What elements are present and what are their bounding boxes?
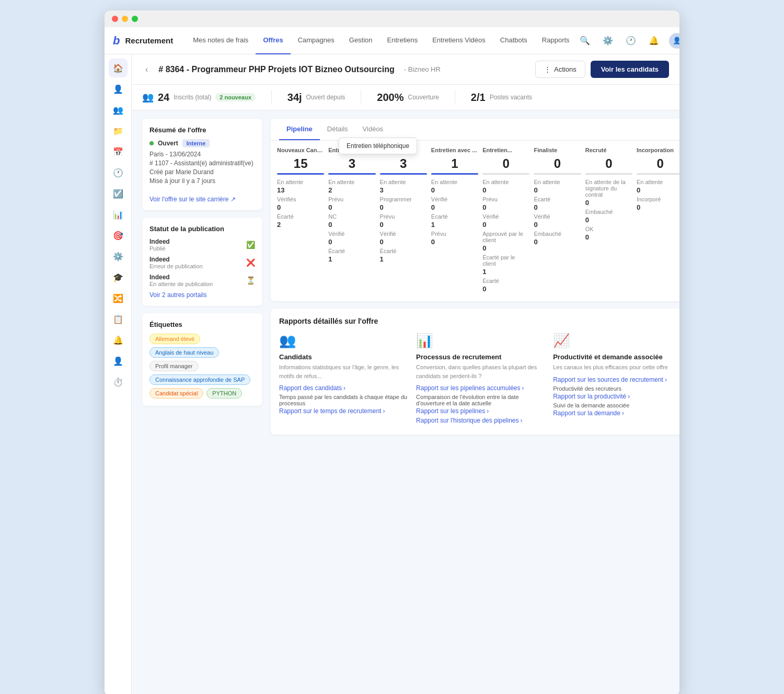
sidebar-chart-icon[interactable]: 📊 — [109, 205, 128, 224]
reports-grid: 👥 Candidats Informations statistiques su… — [279, 333, 679, 426]
col-header-finaliste: Finaliste — [534, 147, 581, 153]
status-dot — [149, 141, 154, 145]
tabs-bar: Pipeline Détails Vidéos Entretien téléph… — [271, 119, 679, 141]
pipeline-col-avec: Entretien avec ... 1 En attente 0 Vérifi… — [431, 147, 478, 295]
report-link-productivite-2[interactable]: Rapport sur la productivité › — [553, 393, 679, 400]
app-window: b Recrutement Mes notes de frais Offres … — [105, 10, 679, 694]
col-divider-incorporation — [637, 173, 679, 175]
report-title-productivite: Productivité et demande associée — [553, 353, 679, 361]
report-title-processus: Processus de recrutement — [416, 353, 545, 361]
col-divider-avec — [431, 173, 478, 175]
back-button[interactable]: ‹ — [142, 63, 151, 76]
nav-campagnes[interactable]: Campagnes — [291, 27, 342, 54]
pipeline-col-nouveaux: Nouveaux Cand... 15 En attente 13 Vérifi… — [277, 147, 324, 295]
report-desc-productivite: Les canaux les plus efficaces pour cette… — [553, 363, 679, 372]
sidebar-calendar-icon[interactable]: 📅 — [109, 142, 128, 161]
actions-button[interactable]: ⋮ Actions — [535, 61, 585, 78]
report-desc-candidats: Informations statistiques sur l'âge, le … — [279, 363, 408, 380]
candidats-icon: 👥 — [279, 333, 408, 349]
nav-offres[interactable]: Offres — [256, 27, 290, 54]
col-count-rh: 3 — [380, 156, 427, 171]
stat-divider-1 — [271, 90, 272, 105]
sidebar-bell-icon[interactable]: 🔔 — [109, 331, 128, 349]
tab-videos[interactable]: Vidéos — [355, 119, 391, 140]
col-count-ent5: 0 — [482, 156, 529, 171]
report-link-processus-2[interactable]: Rapport sur les pipelines › — [416, 407, 545, 415]
sidebar-group-icon[interactable]: 👥 — [109, 100, 128, 119]
col-stat-v1: 0 — [277, 203, 324, 211]
sidebar-diploma-icon[interactable]: 🎓 — [109, 268, 128, 287]
sidebar-person-icon[interactable]: 👤 — [109, 79, 128, 98]
nav-entretiens-videos[interactable]: Entretiens Vidéos — [425, 27, 493, 54]
col-count-ent-t: 3 — [328, 156, 375, 171]
sidebar-folder-icon[interactable]: 📁 — [109, 121, 128, 140]
pub-item-2: Indeed Erreur de publication ❌ — [149, 256, 255, 269]
publication-card: Statut de la publication Indeed Publié ✅… — [142, 218, 262, 306]
col-header-ent5: Entretien... — [482, 147, 529, 153]
pipeline-col-ent-t: Entretien T... 3 En attente 2 Prévu 0 NC… — [328, 147, 375, 295]
minimize-dot[interactable] — [122, 16, 128, 22]
productivite-icon: 📈 — [553, 333, 679, 349]
nav-links: Mes notes de frais Offres Campagnes Gest… — [186, 27, 577, 54]
report-link-productivite-4[interactable]: Rapport sur la demande › — [553, 409, 679, 417]
sidebar-time2-icon[interactable]: ⏱️ — [109, 372, 128, 391]
settings-icon-btn[interactable]: ⚙️ — [600, 33, 616, 49]
resume-card: Résumé de l'offre Ouvert Interne Paris -… — [142, 119, 262, 210]
report-card-productivite: 📈 Productivité et demande associée Les c… — [553, 333, 679, 426]
nav-rapports[interactable]: Rapports — [535, 27, 577, 54]
close-dot[interactable] — [112, 16, 118, 22]
pipeline-col-ent5: Entretien... 0 En attente 0 Prévu 0 Véri… — [482, 147, 529, 295]
search-icon-btn[interactable]: 🔍 — [577, 33, 593, 49]
header-actions: ⋮ Actions Voir les candidats — [535, 61, 669, 78]
pub-item-1: Indeed Publié ✅ — [149, 238, 255, 252]
col-header-avec: Entretien avec ... — [431, 147, 478, 153]
clock-icon-btn[interactable]: 🕐 — [623, 33, 639, 49]
report-link-candidats-0[interactable]: Rapport des candidats › — [279, 384, 408, 392]
tab-pipeline[interactable]: Pipeline — [279, 119, 320, 140]
nav-gestion[interactable]: Gestion — [342, 27, 380, 54]
col-header-incorporation: Incorporation — [637, 147, 679, 153]
report-link-candidats-1[interactable]: Rapport sur le temps de recrutement › — [279, 407, 408, 415]
col-divider-ent5 — [482, 173, 529, 175]
sidebar-settings2-icon[interactable]: ⚙️ — [109, 247, 128, 266]
report-link-processus-0[interactable]: Rapport sur les pipelines accumulées › — [416, 384, 545, 392]
report-sub-productivite-1: Productivité des recruteurs — [553, 385, 679, 392]
pipeline-col-rh: Entretien RH 3 En attente 3 Programmer 0… — [380, 147, 427, 295]
logo: b — [113, 34, 120, 48]
tag-sap: Connaissance approfondie de SAP — [149, 374, 250, 385]
sidebar-clock-icon[interactable]: 🕐 — [109, 163, 128, 182]
report-link-productivite-0[interactable]: Rapport sur les sources de recrutement › — [553, 376, 679, 383]
col-stat-r2: Écarté — [277, 213, 324, 220]
stat-vacants: 2/1 Postes vacants — [471, 92, 532, 104]
notification-icon-btn[interactable]: 🔔 — [646, 33, 662, 49]
nav-title: Recrutement — [125, 36, 173, 45]
sidebar-user2-icon[interactable]: 👤 — [109, 351, 128, 370]
nav-entretiens[interactable]: Entretiens — [380, 27, 425, 54]
sidebar-check-icon[interactable]: ☑️ — [109, 184, 128, 203]
titlebar — [105, 10, 679, 27]
page-title: # 8364 - Programmeur PHP Projets IOT Biz… — [158, 65, 394, 74]
sidebar-shuffle-icon[interactable]: 🔀 — [109, 289, 128, 308]
col-divider-recrute — [585, 173, 632, 175]
pub-item-3: Indeed En attente de publication ⏳ — [149, 274, 255, 287]
sidebar-target-icon[interactable]: 🎯 — [109, 226, 128, 245]
pub-pending-icon: ⏳ — [246, 276, 255, 285]
tab-details[interactable]: Détails — [320, 119, 355, 140]
ref-text: # 1107 - Assistant(e) administratif(ve) — [149, 160, 255, 167]
nav-notes-frais[interactable]: Mes notes de frais — [186, 27, 256, 54]
view-candidates-button[interactable]: Voir les candidats — [591, 61, 669, 78]
nav-chatbots[interactable]: Chatbots — [493, 27, 535, 54]
career-site-link[interactable]: Voir l'offre sur le site carrière ↗ — [149, 196, 255, 203]
more-portals-link[interactable]: Voir 2 autres portails — [149, 291, 255, 299]
maximize-dot[interactable] — [132, 16, 138, 22]
sidebar-table-icon[interactable]: 📋 — [109, 310, 128, 328]
publication-title: Statut de la publication — [149, 225, 255, 233]
tags-wrap: Allemand élevé Anglais de haut niveau Pr… — [149, 334, 255, 399]
sidebar-home-icon[interactable]: 🏠 — [109, 59, 128, 77]
user-avatar[interactable]: 👤 — [669, 33, 679, 49]
dots-icon: ⋮ — [544, 65, 551, 73]
report-link-processus-3[interactable]: Rapport sur l'historique des pipelines › — [416, 417, 545, 424]
pub-ok-icon: ✅ — [246, 241, 255, 249]
col-count-nouveaux: 15 — [277, 156, 324, 171]
tag-anglais: Anglais de haut niveau — [149, 347, 219, 358]
